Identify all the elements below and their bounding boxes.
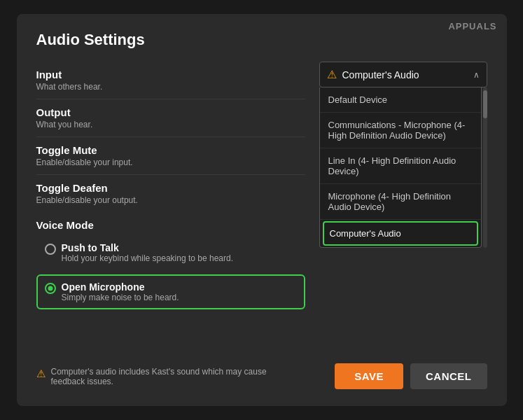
footer: ⚠ Computer's audio includes Kast's sound…: [36, 355, 487, 389]
warning-icon: ⚠: [327, 68, 337, 81]
radio-label-push-to-talk: Push to Talk: [62, 242, 233, 253]
settings-sections: Input What others hear. Output What you …: [36, 62, 305, 212]
radio-desc-open-microphone: Simply make noise to be heard.: [62, 293, 179, 302]
setting-label-toggle-mute: Toggle Mute: [36, 144, 305, 156]
footer-warning-text: Computer's audio includes Kast's sound w…: [51, 367, 288, 386]
dropdown-item-line-in[interactable]: Line In (4- High Definition Audio Device…: [320, 148, 481, 184]
scrollbar[interactable]: [483, 88, 487, 248]
cancel-button[interactable]: CANCEL: [410, 363, 487, 389]
radio-option-push-to-talk[interactable]: Push to Talk Hold your keybind while spe…: [36, 235, 305, 270]
setting-label-input: Input: [36, 69, 305, 80]
setting-label-output: Output: [36, 106, 305, 118]
setting-desc-toggle-deafen: Enable/disable your output.: [36, 195, 305, 205]
dropdown-item-microphone-hd[interactable]: Microphone (4- High Definition Audio Dev…: [320, 184, 481, 220]
radio-option-open-microphone[interactable]: Open Microphone Simply make noise to be …: [36, 274, 305, 309]
setting-label-toggle-deafen: Toggle Deafen: [36, 182, 305, 194]
setting-input: Input What others hear.: [36, 62, 305, 99]
footer-warning-icon: ⚠: [36, 368, 46, 380]
audio-settings-dialog: APPUALS Audio Settings Input What others…: [17, 14, 507, 406]
dropdown-item-communications-mic[interactable]: Communications - Microphone (4- High Def…: [320, 113, 481, 148]
radio-circle-open-microphone: [45, 283, 56, 294]
footer-buttons: SAVE CANCEL: [335, 363, 487, 389]
save-button[interactable]: SAVE: [335, 363, 403, 389]
dropdown-menu: Default DeviceCommunications - Microphon…: [319, 88, 482, 248]
dropdown-selected[interactable]: ⚠ Computer's Audio ∧: [319, 62, 487, 88]
footer-warning: ⚠ Computer's audio includes Kast's sound…: [36, 367, 288, 386]
left-panel: Input What others hear. Output What you …: [36, 62, 305, 342]
chevron-down-icon: ∧: [473, 70, 480, 80]
scrollbar-thumb: [483, 90, 487, 118]
content-area: Input What others hear. Output What you …: [36, 62, 487, 342]
dropdown-item-computers-audio[interactable]: Computer's Audio: [323, 221, 478, 246]
selected-device-label: Computer's Audio: [342, 69, 468, 80]
voice-mode-title: Voice Mode: [36, 212, 305, 235]
setting-toggle-deafen: Toggle Deafen Enable/disable your output…: [36, 175, 305, 212]
dialog-title: Audio Settings: [36, 31, 487, 49]
right-panel: ⚠ Computer's Audio ∧ Default DeviceCommu…: [319, 62, 487, 342]
radio-options: Push to Talk Hold your keybind while spe…: [36, 235, 305, 314]
setting-desc-output: What you hear.: [36, 120, 305, 130]
radio-desc-push-to-talk: Hold your keybind while speaking to be h…: [62, 253, 233, 263]
radio-text-open-microphone: Open Microphone Simply make noise to be …: [62, 281, 179, 302]
logo: APPUALS: [448, 21, 496, 31]
dropdown-list-container: Default DeviceCommunications - Microphon…: [319, 88, 487, 248]
setting-desc-input: What others hear.: [36, 82, 305, 92]
dropdown-item-default-device[interactable]: Default Device: [320, 88, 481, 113]
setting-output: Output What you hear.: [36, 99, 305, 137]
radio-circle-push-to-talk: [45, 244, 56, 255]
radio-label-open-microphone: Open Microphone: [62, 281, 179, 293]
radio-text-push-to-talk: Push to Talk Hold your keybind while spe…: [62, 242, 233, 263]
setting-desc-toggle-mute: Enable/disable your input.: [36, 158, 305, 167]
setting-toggle-mute: Toggle Mute Enable/disable your input.: [36, 137, 305, 175]
